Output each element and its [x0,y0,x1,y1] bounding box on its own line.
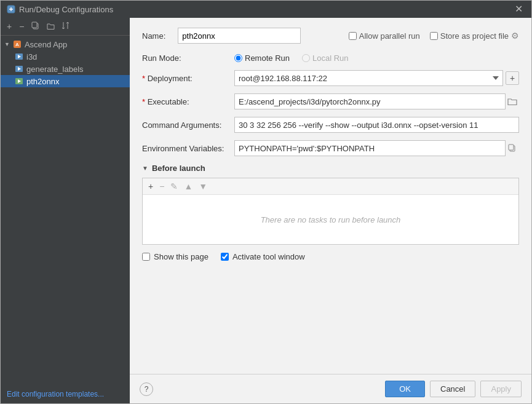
edit-config-templates-link[interactable]: Edit configuration templates... [7,390,104,398]
sort-config-button[interactable] [60,20,71,33]
before-launch-toggle[interactable]: ▼ [142,165,148,172]
title-bar: Run/Debug Configurations ✕ [1,1,531,18]
before-launch-up-button[interactable]: ▲ [182,181,194,192]
dialog-icon [7,5,15,14]
sidebar-item-generate-labels-label: generate_labels [26,65,84,74]
executable-label: Executable: [142,97,234,106]
run-mode-radio-group: Remote Run Local Run [234,53,349,63]
deployment-select[interactable]: root@192.168.88.117:22 [234,70,503,86]
main-content: + − [1,18,531,403]
sidebar-item-i3d[interactable]: i3d [1,50,130,63]
sidebar-item-pth2onnx-label: pth2onnx [26,77,60,86]
sidebar-bottom: Edit configuration templates... [1,384,130,403]
sidebar-item-ascend-app[interactable]: ▼ A Ascend App [1,38,130,50]
store-project-checkbox[interactable] [430,32,438,40]
run-mode-row: Run Mode: Remote Run Local Run [142,53,519,63]
sidebar-toolbar: + − [1,18,130,36]
env-vars-copy-button[interactable] [506,141,519,155]
env-vars-label: Environment Variables: [142,144,234,153]
pth2onnx-icon [14,76,24,86]
activate-window-label: Activate tool window [232,252,305,261]
activate-window-checkbox[interactable] [221,253,229,261]
remote-run-label: Remote Run [245,53,290,63]
before-launch-remove-button[interactable]: − [157,181,166,192]
remote-run-option: Remote Run [234,53,290,63]
copy-config-button[interactable] [29,20,42,33]
command-args-row: Command Arguments: [142,117,519,133]
show-page-label: Show this page [154,252,208,261]
before-launch-toolbar: + − ✎ ▲ ▼ [143,178,518,195]
env-vars-row: Environment Variables: [142,140,519,156]
before-launch-edit-button[interactable]: ✎ [169,181,180,192]
form-content: Name: Allow parallel run Store as projec… [130,18,531,374]
svg-rect-2 [32,22,37,28]
executable-row: Executable: [142,93,519,109]
gear-icon[interactable]: ⚙ [511,31,519,41]
local-run-label: Local Run [312,53,349,63]
deployment-label: Deployment: [142,74,234,83]
right-panel: Name: Allow parallel run Store as projec… [130,18,531,403]
executable-input[interactable] [234,93,506,109]
add-config-button[interactable]: + [4,20,14,33]
local-run-radio[interactable] [302,54,310,62]
sidebar-item-ascend-label: Ascend App [25,40,67,49]
before-launch-add-button[interactable]: + [146,181,155,192]
env-vars-input[interactable] [234,140,506,156]
before-launch-section-header: ▼ Before launch [142,164,519,173]
cancel-button[interactable]: Cancel [430,381,475,397]
before-launch-panel: + − ✎ ▲ ▼ There are no tasks to run befo… [142,178,519,245]
dialog-footer: ? OK Cancel Apply [130,374,531,403]
folder-config-button[interactable] [44,20,57,33]
executable-browse-button[interactable] [506,95,519,108]
remove-config-button[interactable]: − [17,20,26,33]
before-launch-empty-message: There are no tasks to run before launch [143,195,518,244]
command-args-label: Command Arguments: [142,121,234,130]
show-page-checkbox[interactable] [142,253,150,261]
sidebar-item-pth2onnx[interactable]: pth2onnx [1,75,130,87]
activate-window-option: Activate tool window [221,252,305,261]
local-run-option: Local Run [302,53,349,63]
add-deployment-button[interactable]: + [506,71,519,85]
run-mode-label: Run Mode: [142,53,234,63]
generate-labels-icon [14,64,24,74]
deployment-input-wrap: root@192.168.88.117:22 + [234,70,519,86]
bottom-options: Show this page Activate tool window [142,252,519,261]
name-label: Name: [142,31,165,41]
ascend-app-icon: A [12,39,22,49]
before-launch-title: Before launch [152,164,205,173]
svg-text:A: A [15,42,19,47]
store-project-label: Store as project file [440,31,509,41]
name-input[interactable] [178,28,301,44]
allow-parallel-group: Allow parallel run [349,31,420,41]
before-launch-down-button[interactable]: ▼ [197,181,209,192]
sidebar-tree: ▼ A Ascend App [1,36,130,384]
svg-rect-12 [509,145,514,150]
help-button[interactable]: ? [140,382,153,396]
remote-run-radio[interactable] [234,54,242,62]
dialog-title: Run/Debug Configurations [19,5,509,14]
close-button[interactable]: ✕ [512,4,525,14]
sidebar: + − [1,18,130,403]
command-args-input[interactable] [234,117,519,133]
sidebar-item-generate-labels[interactable]: generate_labels [1,63,130,75]
show-page-option: Show this page [142,252,208,261]
name-row: Name: Allow parallel run Store as projec… [142,28,519,44]
store-project-group: Store as project file ⚙ [430,31,519,41]
run-debug-dialog: Run/Debug Configurations ✕ + − [0,0,532,404]
i3d-icon [14,52,24,61]
apply-button[interactable]: Apply [480,381,522,397]
sidebar-item-i3d-label: i3d [26,52,37,61]
allow-parallel-label: Allow parallel run [359,31,420,41]
allow-parallel-checkbox[interactable] [349,32,357,40]
name-options: Allow parallel run Store as project file… [349,31,519,41]
ok-button[interactable]: OK [385,381,425,397]
deployment-row: Deployment: root@192.168.88.117:22 + [142,70,519,86]
